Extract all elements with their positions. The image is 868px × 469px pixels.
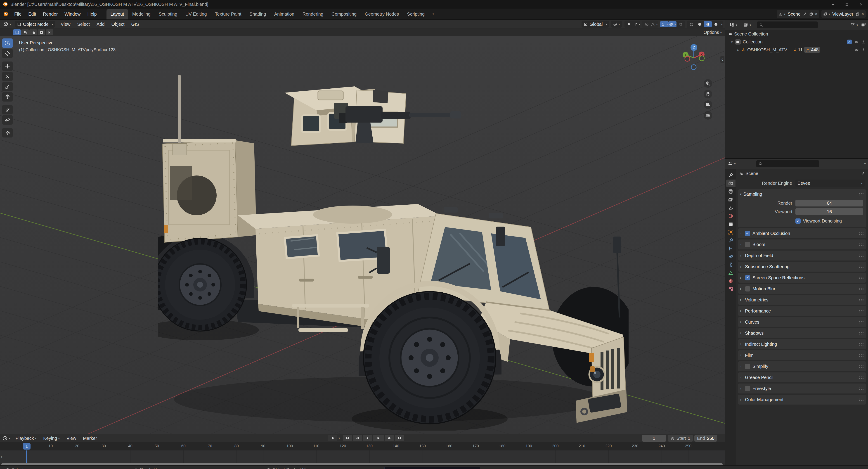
panel-drag-handle[interactable] [859, 398, 864, 401]
panel-film[interactable]: ›Film [738, 350, 866, 360]
sidebar-toggle[interactable]: ‹ [720, 56, 724, 63]
freestyle-checkbox[interactable] [745, 386, 750, 391]
outliner-row-scene-collection[interactable]: Scene Collection [725, 30, 868, 38]
playhead[interactable] [26, 450, 27, 463]
properties-tab-collection[interactable] [726, 220, 736, 228]
panel-expand-icon[interactable]: › [740, 286, 745, 291]
transform-orientation-dropdown[interactable]: Global▾ [582, 21, 609, 28]
scene-selector[interactable]: ▾ Scene × [777, 10, 819, 18]
simplify-checkbox[interactable] [745, 364, 750, 369]
tool-move[interactable] [2, 62, 13, 71]
panel-drag-handle[interactable] [859, 343, 864, 346]
play-reverse-button[interactable] [363, 435, 372, 441]
tool-rotate[interactable] [2, 72, 13, 81]
outliner-row-oshkosh-m-atv[interactable]: ▸ OSHKOSH_M_ATV 11 448 [725, 46, 868, 54]
panel-simplify[interactable]: ›Simplify [738, 362, 866, 371]
render-samples-field[interactable]: 64 [796, 200, 863, 207]
tool-scale[interactable] [2, 82, 13, 91]
close-button[interactable] [854, 0, 868, 9]
panel-expand-icon[interactable]: › [740, 375, 745, 380]
viewport-menu-select[interactable]: Select [74, 20, 93, 28]
panel-drag-handle[interactable] [859, 387, 864, 390]
panel-expand-icon[interactable]: › [740, 364, 745, 369]
properties-tab-object[interactable] [726, 228, 736, 236]
tab-sculpting[interactable]: Sculpting [155, 9, 181, 20]
sampling-panel-header[interactable]: ▾ Sampling [738, 189, 866, 199]
blender-menu-button[interactable] [0, 10, 11, 18]
remove-icon[interactable]: × [862, 12, 864, 16]
panel-expand-icon[interactable]: › [740, 309, 745, 313]
pin-icon[interactable] [861, 171, 865, 176]
restore-button[interactable] [840, 0, 854, 9]
tool-cursor[interactable] [2, 49, 13, 58]
filter-funnel-icon[interactable] [850, 22, 855, 28]
panel-expand-icon[interactable]: › [740, 253, 745, 258]
motion-blur-checkbox[interactable] [745, 286, 750, 291]
viewport-canvas[interactable]: User Perspective (1) Collection | OSHKOS… [0, 36, 725, 434]
keying-dropdown-arrow[interactable]: ▾ [338, 437, 340, 440]
snap-toggle[interactable] [625, 21, 633, 27]
panel-drag-handle[interactable] [859, 287, 864, 290]
panel-curves[interactable]: ›Curves [738, 317, 866, 327]
properties-tab-material[interactable] [726, 277, 736, 285]
panel-drag-handle[interactable] [859, 310, 864, 313]
panel-expand-icon[interactable]: › [740, 386, 745, 391]
auto-keying-button[interactable] [328, 435, 337, 441]
shading-rendered[interactable] [712, 21, 720, 27]
outliner-row-collection[interactable]: ▾ Collection [725, 38, 868, 46]
menu-edit[interactable]: Edit [25, 10, 39, 18]
viewport-menu-object[interactable]: Object [108, 20, 128, 28]
show-gizmos-toggle[interactable]: ▾ [660, 21, 668, 27]
outliner-filter-mode[interactable]: ▾ [741, 22, 753, 28]
tab-compositing[interactable]: Compositing [328, 9, 361, 20]
nav-zoom-button[interactable] [704, 79, 712, 88]
tool-measure[interactable] [2, 115, 13, 125]
editor-type-selector[interactable]: ▾ [1, 21, 13, 28]
properties-tab-world[interactable] [726, 212, 736, 220]
viewport-menu-gis[interactable]: GIS [128, 20, 142, 28]
timeline-editor-type[interactable]: ▾ [2, 436, 10, 441]
jump-to-start-button[interactable] [343, 435, 352, 441]
tab-geometry-nodes[interactable]: Geometry Nodes [361, 9, 403, 20]
properties-tab-scene[interactable] [726, 204, 736, 212]
select-mode-invert[interactable] [37, 29, 45, 35]
tool-transform[interactable] [2, 92, 13, 101]
end-frame-field[interactable]: 250 [707, 436, 714, 441]
timeline-expand-arrow[interactable]: › [1, 455, 2, 459]
menu-file[interactable]: File [11, 10, 25, 18]
falloff-dropdown[interactable]: ▾ [651, 21, 657, 27]
toggle-xray-toggle[interactable] [677, 21, 685, 27]
options-dropdown[interactable]: Options▾ [704, 30, 722, 35]
panel-performance[interactable]: ›Performance [738, 306, 866, 316]
panel-drag-handle[interactable] [859, 265, 864, 268]
unlink-icon[interactable]: × [815, 12, 817, 16]
panel-expand-icon[interactable]: › [740, 231, 745, 236]
panel-drag-handle[interactable] [859, 376, 864, 379]
properties-tab-particles[interactable] [726, 245, 736, 252]
camera-render-visibility-icon[interactable] [862, 48, 866, 52]
select-mode-set[interactable] [13, 29, 21, 35]
panel-expand-icon[interactable]: › [740, 342, 745, 346]
viewport-samples-field[interactable]: 16 [796, 208, 863, 215]
menu-render[interactable]: Render [39, 10, 61, 18]
tab-modeling[interactable]: Modeling [128, 9, 155, 20]
properties-tab-physics[interactable] [726, 253, 736, 260]
viewport-denoising-checkbox[interactable] [796, 218, 801, 224]
panel-drag-handle[interactable] [859, 243, 864, 246]
collection-checkbox[interactable] [847, 39, 852, 44]
snap-settings-dropdown[interactable]: ▾ [633, 21, 640, 27]
properties-options-dropdown[interactable]: ▾ [864, 162, 866, 165]
properties-tab-constraints[interactable] [726, 261, 736, 269]
current-frame-indicator[interactable]: 1 [23, 443, 31, 449]
tab-shading[interactable]: Shading [245, 9, 270, 20]
panel-expand-icon[interactable]: › [740, 242, 745, 247]
navigation-gizmo[interactable]: Z Y X [679, 44, 709, 74]
gizmo-neg-y-axis[interactable] [699, 56, 704, 61]
panel-depth-of-field[interactable]: ›Depth of Field [738, 251, 866, 260]
minimize-button[interactable] [826, 0, 840, 9]
panel-grease-pencil[interactable]: ›Grease Pencil [738, 372, 866, 382]
panel-expand-icon[interactable]: › [740, 320, 745, 324]
properties-search-input[interactable] [756, 160, 819, 167]
nav-camera-view-button[interactable] [704, 100, 712, 109]
gizmo-neg-x-axis[interactable] [685, 56, 690, 61]
